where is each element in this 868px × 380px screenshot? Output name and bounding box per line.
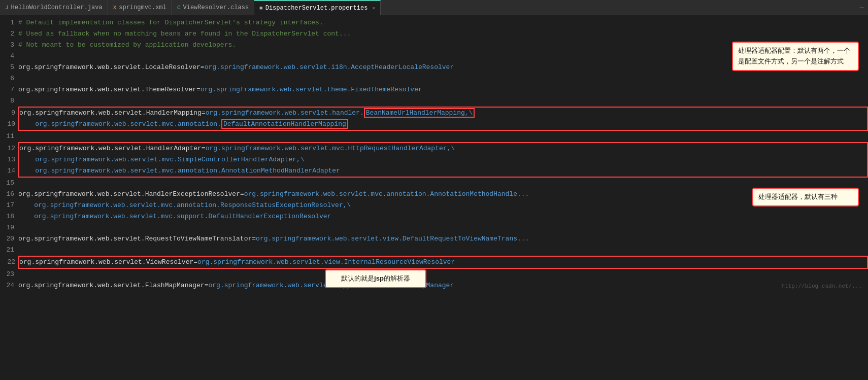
line-9: 9 org.springframework.web.servlet.Handle… <box>19 108 867 119</box>
line-num-6: 6 <box>0 73 18 84</box>
line-content-11 <box>18 131 868 142</box>
line-content-10: org.springframework.web.servlet.mvc.anno… <box>19 119 867 130</box>
line-19: 19 <box>0 222 868 233</box>
line-num-23: 23 <box>0 269 18 280</box>
line-7: 7 org.springframework.web.servlet.ThemeR… <box>0 84 868 95</box>
line-num-21: 21 <box>0 245 18 256</box>
line-content-7: org.springframework.web.servlet.ThemeRes… <box>18 84 868 95</box>
tab-springmvc[interactable]: X springmvc.xml <box>108 0 172 15</box>
line-23: 23 <box>0 269 868 280</box>
tab-helloworldcontroller[interactable]: J HelloWorldController.java <box>0 0 108 15</box>
line-1: 1 # Default implementation classes for D… <box>0 17 868 28</box>
line-num-10: 10 <box>1 119 19 130</box>
line-content-9: org.springframework.web.servlet.HandlerM… <box>19 108 867 119</box>
line-content-15 <box>18 178 868 189</box>
editor-area: 1 # Default implementation classes for D… <box>0 15 868 293</box>
window-controls: — <box>860 4 868 12</box>
line-num-7: 7 <box>0 84 18 95</box>
line-num-14: 14 <box>1 165 19 177</box>
line-num-3: 3 <box>0 40 18 51</box>
tab-dispatcherservlet[interactable]: ■ DispatcherServlet.properties ✕ <box>254 0 381 15</box>
tab-viewresolver[interactable]: C ViewResolver.class <box>172 0 254 15</box>
tab-label: springmvc.xml <box>119 4 166 11</box>
handler-adapter-box: 12 org.springframework.web.servlet.Handl… <box>18 142 868 178</box>
props-icon: ■ <box>259 5 263 11</box>
line-15: 15 <box>0 178 868 189</box>
line-20: 20 org.springframework.web.servlet.Reque… <box>0 233 868 245</box>
line-num-18: 18 <box>0 211 18 222</box>
line-2: 2 # Used as fallback when no matching be… <box>0 28 868 40</box>
annotation-jsp-resolver: 默认的就是jsp的解析器 <box>325 269 426 288</box>
tab-label: DispatcherServlet.properties <box>265 5 368 12</box>
line-num-19: 19 <box>0 222 18 233</box>
view-resolver-box: 22 org.springframework.web.servlet.ViewR… <box>18 256 868 269</box>
line-17: 17 org.springframework.web.servlet.mvc.a… <box>0 200 868 211</box>
line-num-13: 13 <box>1 154 19 165</box>
line-num-24: 24 <box>0 280 18 291</box>
xml-icon: X <box>113 5 117 11</box>
line-12: 12 org.springframework.web.servlet.Handl… <box>19 143 867 154</box>
line-8: 8 <box>0 95 868 107</box>
tab-close-button[interactable]: ✕ <box>372 5 375 11</box>
line-content-1: # Default implementation classes for Dis… <box>18 17 868 28</box>
line-content-22: org.springframework.web.servlet.ViewReso… <box>19 257 867 268</box>
line-22: 22 org.springframework.web.servlet.ViewR… <box>19 257 867 268</box>
annotation-handler-adapter: 处理器适配器，默认有三种 <box>752 188 859 206</box>
line-21: 21 <box>0 245 868 256</box>
line-14: 14 org.springframework.web.servlet.mvc.a… <box>19 165 867 177</box>
minimize-icon[interactable]: — <box>860 4 864 12</box>
line-13: 13 org.springframework.web.servlet.mvc.S… <box>19 154 867 165</box>
line-24: 24 org.springframework.web.servlet.Flash… <box>0 280 868 291</box>
line-num-20: 20 <box>0 233 18 245</box>
line-num-17: 17 <box>0 200 18 211</box>
line-6: 6 <box>0 73 868 84</box>
line-num-11: 11 <box>0 131 18 142</box>
annotation-handler-mapping: 处理器适配器配置：默认有两个，一个是配置文件方式，另一个是注解方式 <box>732 42 859 71</box>
line-content-17: org.springframework.web.servlet.mvc.anno… <box>18 200 868 211</box>
annotation-text-3: 默认的就是jsp的解析器 <box>341 274 410 282</box>
line-num-22: 22 <box>1 257 19 268</box>
line-num-4: 4 <box>0 51 18 62</box>
line-content-14: org.springframework.web.servlet.mvc.anno… <box>19 165 867 177</box>
java-icon: J <box>5 5 9 11</box>
line-16: 16 org.springframework.web.servlet.Handl… <box>0 189 868 200</box>
handler-mapping-box: 9 org.springframework.web.servlet.Handle… <box>18 107 868 131</box>
annotation-text-1: 处理器适配器配置：默认有两个，一个是配置文件方式，另一个是注解方式 <box>738 47 850 65</box>
line-content-6 <box>18 73 868 84</box>
line-content-12: org.springframework.web.servlet.HandlerA… <box>19 143 867 154</box>
line-content-20: org.springframework.web.servlet.RequestT… <box>18 233 868 245</box>
tab-bar: J HelloWorldController.java X springmvc.… <box>0 0 868 15</box>
ide-window: J HelloWorldController.java X springmvc.… <box>0 0 868 380</box>
line-num-5: 5 <box>0 62 18 73</box>
annotation-text-2: 处理器适配器，默认有三种 <box>758 193 838 200</box>
line-num-12: 12 <box>1 143 19 154</box>
line-content-16: org.springframework.web.servlet.HandlerE… <box>18 189 868 200</box>
line-18: 18 org.springframework.web.servlet.mvc.s… <box>0 211 868 222</box>
line-num-2: 2 <box>0 28 18 40</box>
class-icon: C <box>177 5 181 11</box>
watermark: http://blog.csdn.net/... <box>782 283 862 289</box>
line-num-1: 1 <box>0 17 18 28</box>
line-content-23 <box>18 269 868 280</box>
line-num-15: 15 <box>0 178 18 189</box>
line-content-2: # Used as fallback when no matching bean… <box>18 28 868 40</box>
line-content-18: org.springframework.web.servlet.mvc.supp… <box>18 211 868 222</box>
line-content-8 <box>18 95 868 107</box>
line-content-19 <box>18 222 868 233</box>
line-num-16: 16 <box>0 189 18 200</box>
line-num-8: 8 <box>0 95 18 107</box>
line-10: 10 org.springframework.web.servlet.mvc.a… <box>19 119 867 130</box>
line-content-13: org.springframework.web.servlet.mvc.Simp… <box>19 154 867 165</box>
tab-label: HelloWorldController.java <box>11 4 103 11</box>
tab-label: ViewResolver.class <box>183 4 249 11</box>
line-content-21 <box>18 245 868 256</box>
line-num-9: 9 <box>1 108 19 119</box>
line-content-24: org.springframework.web.servlet.FlashMap… <box>18 280 868 291</box>
line-11: 11 <box>0 131 868 142</box>
